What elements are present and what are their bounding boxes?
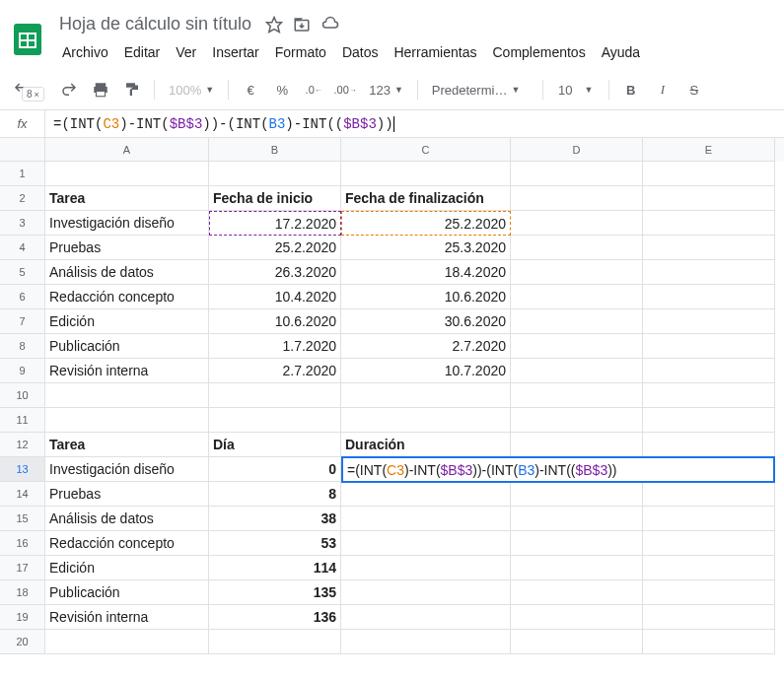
cell[interactable]: 136 xyxy=(209,605,341,630)
cell[interactable]: Revisión interna xyxy=(45,359,209,383)
italic-button[interactable]: I xyxy=(649,76,677,103)
cell[interactable]: 10.6.2020 xyxy=(341,285,511,309)
cell[interactable]: 30.6.2020 xyxy=(341,309,511,334)
bold-button[interactable]: B xyxy=(617,76,645,103)
doc-title[interactable]: Hoja de cálculo sin título xyxy=(55,12,255,36)
cell[interactable] xyxy=(45,162,209,186)
row-header[interactable]: 13 xyxy=(0,457,45,482)
cell[interactable] xyxy=(45,408,209,433)
paint-format-button[interactable] xyxy=(118,76,146,103)
cell[interactable] xyxy=(511,359,643,383)
row-header[interactable]: 19 xyxy=(0,605,45,630)
cell[interactable] xyxy=(209,630,341,654)
cell[interactable] xyxy=(511,334,643,359)
redo-button[interactable] xyxy=(55,76,83,103)
active-cell-editor[interactable]: =(INT(C3)-INT($B$3))-(INT(B3)-INT(($B$3)… xyxy=(341,456,775,483)
col-header-B[interactable]: B xyxy=(209,138,341,162)
cell[interactable] xyxy=(511,580,643,605)
menu-archivo[interactable]: Archivo xyxy=(55,40,115,64)
cell[interactable] xyxy=(341,580,511,605)
cell[interactable]: Análisis de datos xyxy=(45,260,209,285)
cell[interactable]: Edición xyxy=(45,309,209,334)
row-header[interactable]: 2 xyxy=(0,186,45,211)
cell[interactable] xyxy=(511,162,643,186)
row-header[interactable]: 14 xyxy=(0,482,45,507)
cell[interactable]: Redacción concepto xyxy=(45,531,209,556)
print-button[interactable] xyxy=(87,76,114,103)
cell[interactable]: 25.2.2020 xyxy=(209,236,341,260)
cell[interactable] xyxy=(511,556,643,580)
menu-formato[interactable]: Formato xyxy=(268,40,333,64)
number-format-select[interactable]: 123▼ xyxy=(363,76,409,103)
cell[interactable]: 2.7.2020 xyxy=(209,359,341,383)
cell[interactable] xyxy=(643,309,775,334)
cell[interactable] xyxy=(643,507,775,531)
row-header[interactable]: 6 xyxy=(0,285,45,309)
cell[interactable]: 2.7.2020 xyxy=(341,334,511,359)
cell[interactable] xyxy=(643,580,775,605)
cell-ref-b3[interactable]: 17.2.2020 xyxy=(209,211,341,236)
row-header[interactable]: 11 xyxy=(0,408,45,433)
cell[interactable] xyxy=(643,531,775,556)
cell[interactable] xyxy=(643,359,775,383)
cell[interactable] xyxy=(511,236,643,260)
cell[interactable] xyxy=(643,408,775,433)
cell[interactable] xyxy=(511,285,643,309)
cell[interactable]: 25.3.2020 xyxy=(341,236,511,260)
cell[interactable] xyxy=(511,186,643,211)
cell[interactable]: 114 xyxy=(209,556,341,580)
cell[interactable]: Publicación xyxy=(45,580,209,605)
menu-ver[interactable]: Ver xyxy=(169,40,203,64)
cell[interactable] xyxy=(511,605,643,630)
row-header[interactable]: 1 xyxy=(0,162,45,186)
col-header-E[interactable]: E xyxy=(643,138,775,162)
cell[interactable] xyxy=(643,433,775,457)
cell[interactable] xyxy=(511,531,643,556)
cell[interactable] xyxy=(643,482,775,507)
cell[interactable] xyxy=(341,630,511,654)
cell[interactable]: 8 xyxy=(209,482,341,507)
cell[interactable] xyxy=(209,162,341,186)
cell[interactable] xyxy=(511,630,643,654)
row-header[interactable]: 15 xyxy=(0,507,45,531)
cell[interactable] xyxy=(643,211,775,236)
cell[interactable] xyxy=(643,162,775,186)
row-header[interactable]: 4 xyxy=(0,236,45,260)
cell[interactable]: Análisis de datos xyxy=(45,507,209,531)
cell[interactable] xyxy=(643,383,775,408)
row-header[interactable]: 12 xyxy=(0,433,45,457)
cell[interactable] xyxy=(643,334,775,359)
row-header[interactable]: 16 xyxy=(0,531,45,556)
menu-editar[interactable]: Editar xyxy=(117,40,168,64)
menu-herramientas[interactable]: Herramientas xyxy=(387,40,483,64)
cell[interactable] xyxy=(511,482,643,507)
cell[interactable] xyxy=(643,186,775,211)
cell[interactable] xyxy=(341,482,511,507)
cell[interactable] xyxy=(511,260,643,285)
cell[interactable] xyxy=(341,162,511,186)
cell[interactable] xyxy=(511,383,643,408)
cell[interactable]: 10.4.2020 xyxy=(209,285,341,309)
cell[interactable]: 18.4.2020 xyxy=(341,260,511,285)
cell[interactable]: 38 xyxy=(209,507,341,531)
cell[interactable]: Investigación diseño xyxy=(45,457,209,482)
currency-button[interactable]: € xyxy=(237,76,264,103)
font-select[interactable]: Predetermi…▼ xyxy=(426,76,535,103)
row-header[interactable]: 5 xyxy=(0,260,45,285)
row-header[interactable]: 8 xyxy=(0,334,45,359)
menu-complementos[interactable]: Complementos xyxy=(485,40,592,64)
formula-input[interactable]: =(INT(C3)-INT($B$3))-(INT(B3)-INT(($B$3)… xyxy=(45,116,784,132)
row-header[interactable]: 7 xyxy=(0,309,45,334)
cell[interactable] xyxy=(511,433,643,457)
menu-datos[interactable]: Datos xyxy=(335,40,386,64)
cell-ref-c3[interactable]: 25.2.2020 xyxy=(341,211,511,236)
cell[interactable]: Fecha de finalización xyxy=(341,186,511,211)
increase-decimal-button[interactable]: .00→ xyxy=(331,76,359,103)
cell[interactable]: 0 xyxy=(209,457,341,482)
cell[interactable] xyxy=(643,556,775,580)
cell[interactable] xyxy=(643,630,775,654)
row-header[interactable]: 18 xyxy=(0,580,45,605)
cell[interactable] xyxy=(45,383,209,408)
cell[interactable] xyxy=(341,383,511,408)
cell[interactable]: Edición xyxy=(45,556,209,580)
